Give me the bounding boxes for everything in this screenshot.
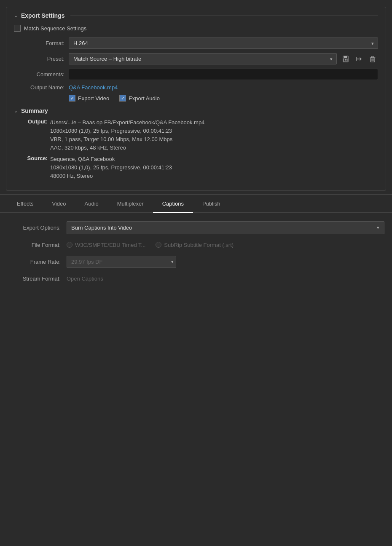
file-format-control: W3C/SMPTE/EBU Timed T... SubRip Subtitle… [67, 242, 384, 248]
radio-w3c-circle [67, 242, 72, 248]
frame-rate-select-wrapper: 29.97 fps DF 23.976 fps 25 fps 30 fps ▾ [67, 256, 384, 268]
format-select[interactable]: H.264 H.265 MPEG2 [69, 37, 378, 49]
radio-subrip-circle [156, 242, 161, 248]
export-video-checkbox[interactable] [69, 95, 75, 102]
delete-icon [369, 55, 376, 63]
frame-rate-row: Frame Rate: 29.97 fps DF 23.976 fps 25 f… [8, 256, 384, 268]
format-row: Format: H.264 H.265 MPEG2 ▾ [14, 37, 378, 49]
comments-row: Comments: [14, 69, 378, 80]
svg-rect-1 [344, 56, 347, 58]
summary-title: Summary [21, 107, 48, 114]
summary-output-line3: VBR, 1 pass, Target 10.00 Mbps, Max 12.0… [50, 135, 204, 144]
summary-source-values: Sequence, Q&A Facebook 1080x1080 (1,0), … [50, 155, 172, 180]
output-name-control-wrap: Q&A Facebook.mp4 [69, 84, 378, 91]
export-video-item: Export Video [69, 95, 109, 102]
tab-effects[interactable]: Effects [8, 195, 43, 213]
import-export-icon [355, 55, 363, 63]
summary-output-key: Output: [18, 118, 48, 153]
stream-format-value: Open Captions [67, 276, 103, 282]
summary-header: ⌄ Summary [14, 107, 378, 114]
preset-control-wrap: Match Source – High bitrate Match Source… [69, 53, 378, 64]
summary-output-line2: 1080x1080 (1,0), 25 fps, Progressive, 00… [50, 127, 204, 135]
output-name-row: Output Name: Q&A Facebook.mp4 [14, 84, 378, 91]
panel-header: ⌄ Export Settings [14, 12, 378, 19]
summary-output-line1: /Users/...ie – Baas op FB/Export/Faceboo… [50, 118, 204, 127]
preset-actions [340, 54, 378, 64]
summary-content: Output: /Users/...ie – Baas op FB/Export… [14, 118, 378, 180]
captions-content: Export Options: Burn Captions Into Video… [0, 213, 392, 298]
export-options-row: Export Options: Burn Captions Into Video… [8, 221, 384, 234]
comments-input[interactable] [69, 69, 378, 80]
export-checkboxes: Export Video Export Audio [14, 95, 378, 102]
tab-captions[interactable]: Captions [153, 195, 193, 213]
summary-source-row: Source: Sequence, Q&A Facebook 1080x1080… [18, 155, 378, 180]
frame-rate-label: Frame Rate: [8, 259, 67, 265]
comments-control-wrap [69, 69, 378, 80]
export-video-label: Export Video [78, 95, 109, 102]
preset-row: Preset: Match Source – High bitrate Matc… [14, 53, 378, 64]
file-format-option1-label: W3C/SMPTE/EBU Timed T... [75, 242, 145, 248]
match-sequence-checkbox[interactable] [14, 25, 21, 32]
tabs-bar: Effects Video Audio Multiplexer Captions… [0, 195, 392, 213]
match-sequence-label: Match Sequence Settings [24, 25, 86, 32]
file-format-option2-label: SubRip Subtitle Format (.srt) [164, 242, 234, 248]
export-audio-label: Export Audio [129, 95, 160, 102]
tab-multiplexer[interactable]: Multiplexer [108, 195, 153, 213]
summary-divider [51, 111, 378, 111]
file-format-radio-group: W3C/SMPTE/EBU Timed T... SubRip Subtitle… [67, 242, 384, 248]
export-options-label: Export Options: [8, 225, 67, 231]
frame-rate-control: 29.97 fps DF 23.976 fps 25 fps 30 fps ▾ [67, 256, 384, 268]
file-format-label: File Format: [8, 242, 67, 248]
panel-title: Export Settings [21, 12, 64, 19]
comments-label: Comments: [14, 71, 69, 78]
preset-label: Preset: [14, 56, 69, 62]
preset-select[interactable]: Match Source – High bitrate Match Source… [69, 53, 337, 64]
summary-source-line1: Sequence, Q&A Facebook [50, 155, 172, 163]
collapse-chevron-icon[interactable]: ⌄ [14, 13, 18, 19]
preset-select-wrapper: Match Source – High bitrate Match Source… [69, 53, 337, 64]
summary-source-line2: 1080x1080 (1,0), 25 fps, Progressive, 00… [50, 163, 172, 172]
tabs-panel: Effects Video Audio Multiplexer Captions… [0, 194, 392, 298]
output-name-label: Output Name: [14, 84, 69, 91]
export-audio-checkbox[interactable] [119, 95, 126, 102]
stream-format-row: Stream Format: Open Captions [8, 276, 384, 282]
summary-chevron-icon[interactable]: ⌄ [14, 108, 18, 114]
file-format-row: File Format: W3C/SMPTE/EBU Timed T... Su… [8, 242, 384, 248]
export-options-select-wrapper: Burn Captions Into Video Export as Sidec… [67, 221, 384, 234]
save-preset-icon [342, 55, 349, 63]
tab-publish[interactable]: Publish [193, 195, 230, 213]
tab-audio[interactable]: Audio [75, 195, 108, 213]
format-label: Format: [14, 40, 69, 46]
file-format-option2[interactable]: SubRip Subtitle Format (.srt) [156, 242, 234, 248]
format-select-wrapper: H.264 H.265 MPEG2 ▾ [69, 37, 378, 49]
header-divider [70, 16, 378, 16]
summary-source-key: Source: [18, 155, 48, 180]
summary-output-row: Output: /Users/...ie – Baas op FB/Export… [18, 118, 378, 153]
delete-preset-button[interactable] [367, 54, 378, 64]
tab-video[interactable]: Video [43, 195, 75, 213]
stream-format-label: Stream Format: [8, 276, 67, 282]
summary-output-line4: AAC, 320 kbps, 48 kHz, Stereo [50, 144, 204, 152]
export-options-control: Burn Captions Into Video Export as Sidec… [67, 221, 384, 234]
frame-rate-select[interactable]: 29.97 fps DF 23.976 fps 25 fps 30 fps [67, 256, 176, 268]
export-settings-panel: ⌄ Export Settings Match Sequence Setting… [6, 7, 386, 191]
summary-output-values: /Users/...ie – Baas op FB/Export/Faceboo… [50, 118, 204, 153]
stream-format-control: Open Captions [67, 276, 384, 282]
export-options-select[interactable]: Burn Captions Into Video Export as Sidec… [67, 221, 384, 234]
output-name-link[interactable]: Q&A Facebook.mp4 [69, 84, 118, 91]
summary-source-line3: 48000 Hz, Stereo [50, 172, 172, 180]
save-preset-button[interactable] [340, 54, 351, 64]
file-format-option1[interactable]: W3C/SMPTE/EBU Timed T... [67, 242, 145, 248]
rename-preset-button[interactable] [354, 54, 365, 64]
match-sequence-row: Match Sequence Settings [14, 25, 378, 32]
format-control-wrap: H.264 H.265 MPEG2 ▾ [69, 37, 378, 49]
export-audio-item: Export Audio [119, 95, 160, 102]
